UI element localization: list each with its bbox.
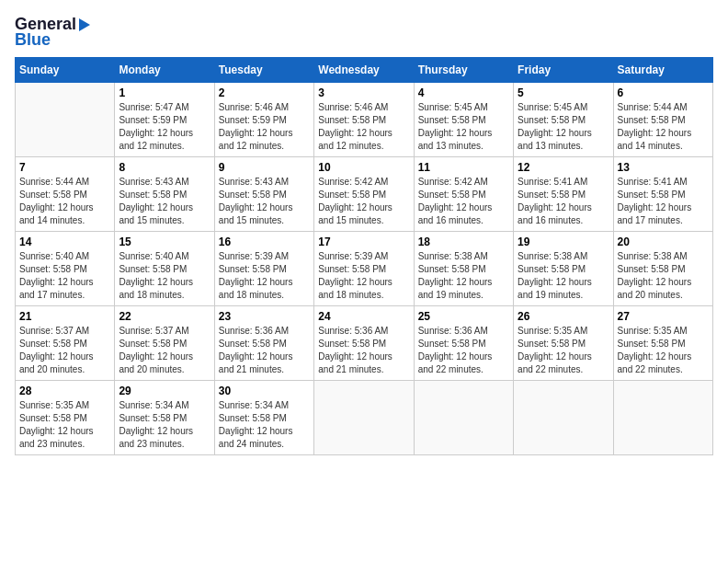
column-header-sunday: Sunday <box>16 58 115 83</box>
day-number: 16 <box>219 236 310 248</box>
calendar-cell: 18Sunrise: 5:38 AMSunset: 5:58 PMDayligh… <box>414 232 513 306</box>
calendar-cell: 7Sunrise: 5:44 AMSunset: 5:58 PMDaylight… <box>16 157 115 232</box>
calendar-cell: 14Sunrise: 5:40 AMSunset: 5:58 PMDayligh… <box>16 232 115 306</box>
day-info: Sunrise: 5:45 AMSunset: 5:58 PMDaylight:… <box>518 101 609 153</box>
calendar-body: 1Sunrise: 5:47 AMSunset: 5:59 PMDaylight… <box>16 83 713 455</box>
calendar-cell: 22Sunrise: 5:37 AMSunset: 5:58 PMDayligh… <box>115 306 214 381</box>
day-number: 17 <box>318 236 409 248</box>
calendar-cell <box>613 381 712 455</box>
calendar-cell: 21Sunrise: 5:37 AMSunset: 5:58 PMDayligh… <box>16 306 115 381</box>
calendar-cell: 28Sunrise: 5:35 AMSunset: 5:58 PMDayligh… <box>16 381 115 455</box>
calendar-cell: 9Sunrise: 5:43 AMSunset: 5:58 PMDaylight… <box>214 157 313 232</box>
day-number: 3 <box>318 86 409 99</box>
calendar-cell: 30Sunrise: 5:34 AMSunset: 5:58 PMDayligh… <box>214 381 313 455</box>
day-info: Sunrise: 5:34 AMSunset: 5:58 PMDaylight:… <box>219 399 310 451</box>
day-number: 11 <box>418 161 509 174</box>
day-number: 6 <box>618 86 709 99</box>
calendar-cell <box>514 381 613 455</box>
calendar-cell: 16Sunrise: 5:39 AMSunset: 5:58 PMDayligh… <box>214 232 313 306</box>
column-header-saturday: Saturday <box>613 58 712 83</box>
day-info: Sunrise: 5:35 AMSunset: 5:58 PMDaylight:… <box>518 325 609 376</box>
day-number: 24 <box>318 310 409 323</box>
column-header-wednesday: Wednesday <box>314 58 414 83</box>
day-number: 21 <box>19 310 110 323</box>
calendar-cell: 26Sunrise: 5:35 AMSunset: 5:58 PMDayligh… <box>514 306 613 381</box>
day-info: Sunrise: 5:46 AMSunset: 5:59 PMDaylight:… <box>219 101 310 153</box>
page-header: General Blue <box>15 15 713 50</box>
day-info: Sunrise: 5:43 AMSunset: 5:58 PMDaylight:… <box>119 176 210 227</box>
day-info: Sunrise: 5:38 AMSunset: 5:58 PMDaylight:… <box>518 250 609 302</box>
day-number: 12 <box>518 161 609 174</box>
calendar-cell <box>16 83 115 157</box>
day-number: 26 <box>518 310 609 323</box>
logo-arrow-icon <box>79 18 90 31</box>
day-number: 19 <box>518 236 609 248</box>
calendar-cell: 4Sunrise: 5:45 AMSunset: 5:58 PMDaylight… <box>414 83 513 157</box>
day-info: Sunrise: 5:44 AMSunset: 5:58 PMDaylight:… <box>19 176 110 227</box>
calendar-header-row: SundayMondayTuesdayWednesdayThursdayFrid… <box>16 58 713 83</box>
calendar-cell: 13Sunrise: 5:41 AMSunset: 5:58 PMDayligh… <box>613 157 712 232</box>
day-number: 5 <box>518 86 609 99</box>
day-info: Sunrise: 5:36 AMSunset: 5:58 PMDaylight:… <box>418 325 509 376</box>
calendar-cell: 5Sunrise: 5:45 AMSunset: 5:58 PMDaylight… <box>514 83 613 157</box>
day-number: 14 <box>19 236 110 248</box>
calendar-cell: 17Sunrise: 5:39 AMSunset: 5:58 PMDayligh… <box>314 232 414 306</box>
day-number: 27 <box>618 310 709 323</box>
day-info: Sunrise: 5:41 AMSunset: 5:58 PMDaylight:… <box>618 176 709 227</box>
day-info: Sunrise: 5:40 AMSunset: 5:58 PMDaylight:… <box>19 250 110 302</box>
day-info: Sunrise: 5:35 AMSunset: 5:58 PMDaylight:… <box>19 399 110 451</box>
calendar-cell: 1Sunrise: 5:47 AMSunset: 5:59 PMDaylight… <box>115 83 214 157</box>
day-number: 10 <box>318 161 409 174</box>
calendar-table: SundayMondayTuesdayWednesdayThursdayFrid… <box>15 57 713 455</box>
day-info: Sunrise: 5:38 AMSunset: 5:58 PMDaylight:… <box>618 250 709 302</box>
day-info: Sunrise: 5:38 AMSunset: 5:58 PMDaylight:… <box>418 250 509 302</box>
calendar-cell: 2Sunrise: 5:46 AMSunset: 5:59 PMDaylight… <box>214 83 313 157</box>
day-info: Sunrise: 5:35 AMSunset: 5:58 PMDaylight:… <box>618 325 709 376</box>
column-header-tuesday: Tuesday <box>214 58 313 83</box>
day-info: Sunrise: 5:40 AMSunset: 5:58 PMDaylight:… <box>119 250 210 302</box>
calendar-cell: 10Sunrise: 5:42 AMSunset: 5:58 PMDayligh… <box>314 157 414 232</box>
column-header-monday: Monday <box>115 58 214 83</box>
week-row-5: 28Sunrise: 5:35 AMSunset: 5:58 PMDayligh… <box>16 381 713 455</box>
day-number: 2 <box>219 86 310 99</box>
calendar-cell: 25Sunrise: 5:36 AMSunset: 5:58 PMDayligh… <box>414 306 513 381</box>
day-info: Sunrise: 5:39 AMSunset: 5:58 PMDaylight:… <box>219 250 310 302</box>
day-info: Sunrise: 5:45 AMSunset: 5:58 PMDaylight:… <box>418 101 509 153</box>
day-number: 9 <box>219 161 310 174</box>
day-info: Sunrise: 5:47 AMSunset: 5:59 PMDaylight:… <box>119 101 210 153</box>
day-info: Sunrise: 5:34 AMSunset: 5:58 PMDaylight:… <box>119 399 210 451</box>
day-info: Sunrise: 5:41 AMSunset: 5:58 PMDaylight:… <box>518 176 609 227</box>
day-number: 23 <box>219 310 310 323</box>
calendar-cell <box>414 381 513 455</box>
day-info: Sunrise: 5:44 AMSunset: 5:58 PMDaylight:… <box>618 101 709 153</box>
week-row-1: 1Sunrise: 5:47 AMSunset: 5:59 PMDaylight… <box>16 83 713 157</box>
calendar-cell: 8Sunrise: 5:43 AMSunset: 5:58 PMDaylight… <box>115 157 214 232</box>
day-number: 4 <box>418 86 509 99</box>
logo: General Blue <box>15 15 90 50</box>
day-info: Sunrise: 5:39 AMSunset: 5:58 PMDaylight:… <box>318 250 409 302</box>
calendar-cell: 11Sunrise: 5:42 AMSunset: 5:58 PMDayligh… <box>414 157 513 232</box>
week-row-3: 14Sunrise: 5:40 AMSunset: 5:58 PMDayligh… <box>16 232 713 306</box>
day-info: Sunrise: 5:42 AMSunset: 5:58 PMDaylight:… <box>318 176 409 227</box>
calendar-cell: 27Sunrise: 5:35 AMSunset: 5:58 PMDayligh… <box>613 306 712 381</box>
day-number: 20 <box>618 236 709 248</box>
day-number: 29 <box>119 385 210 397</box>
day-number: 13 <box>618 161 709 174</box>
day-info: Sunrise: 5:46 AMSunset: 5:58 PMDaylight:… <box>318 101 409 153</box>
week-row-2: 7Sunrise: 5:44 AMSunset: 5:58 PMDaylight… <box>16 157 713 232</box>
calendar-cell: 19Sunrise: 5:38 AMSunset: 5:58 PMDayligh… <box>514 232 613 306</box>
day-number: 28 <box>19 385 110 397</box>
day-number: 1 <box>119 86 210 99</box>
day-info: Sunrise: 5:42 AMSunset: 5:58 PMDaylight:… <box>418 176 509 227</box>
calendar-cell: 6Sunrise: 5:44 AMSunset: 5:58 PMDaylight… <box>613 83 712 157</box>
logo-text-blue: Blue <box>15 30 51 50</box>
calendar-cell: 23Sunrise: 5:36 AMSunset: 5:58 PMDayligh… <box>214 306 313 381</box>
calendar-cell <box>314 381 414 455</box>
day-number: 8 <box>119 161 210 174</box>
day-number: 15 <box>119 236 210 248</box>
calendar-cell: 24Sunrise: 5:36 AMSunset: 5:58 PMDayligh… <box>314 306 414 381</box>
calendar-cell: 20Sunrise: 5:38 AMSunset: 5:58 PMDayligh… <box>613 232 712 306</box>
day-info: Sunrise: 5:36 AMSunset: 5:58 PMDaylight:… <box>219 325 310 376</box>
day-number: 30 <box>219 385 310 397</box>
day-number: 7 <box>19 161 110 174</box>
